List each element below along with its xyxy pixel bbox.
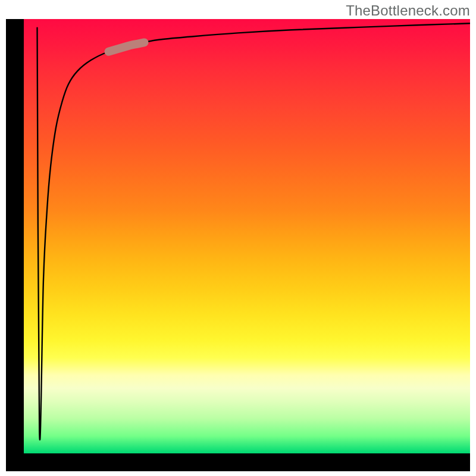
curve-svg [24, 19, 470, 453]
chart-stage: TheBottleneck.com [0, 0, 476, 476]
attribution-label: TheBottleneck.com [346, 2, 470, 19]
plot-area [24, 19, 470, 453]
bottleneck-curve [37, 23, 471, 440]
plot-frame [6, 19, 470, 471]
marker-segment [109, 42, 145, 51]
